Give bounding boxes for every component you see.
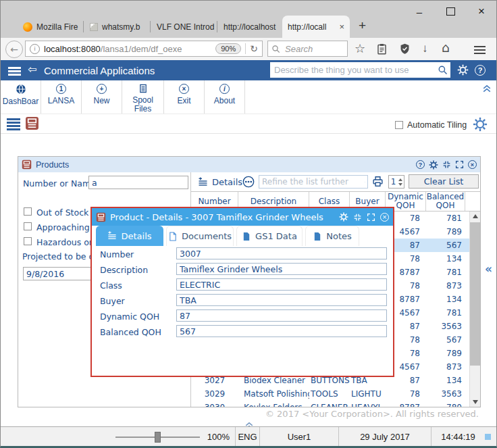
browser-tab-vlf[interactable]: VLF ONE Introd	[151, 16, 216, 38]
tiling-settings-gear-icon[interactable]	[473, 117, 488, 134]
out-of-stock-checkbox[interactable]	[24, 207, 32, 216]
class-field[interactable]	[176, 278, 387, 291]
toolbar-item-about[interactable]: i About	[205, 80, 245, 114]
details-button[interactable]: Details	[212, 177, 242, 187]
settings-gear-icon[interactable]	[429, 160, 438, 170]
book-icon	[25, 116, 39, 130]
app-back-icon[interactable]: ⇦	[28, 63, 36, 76]
details-icon[interactable]	[198, 177, 208, 190]
back-button[interactable]: ←	[5, 41, 23, 58]
command-toolbar: DashBoar 1 LANSA + New Spool Files × Exi…	[1, 80, 496, 114]
approaching-checkbox[interactable]	[24, 222, 32, 230]
table-scrollbar[interactable]	[469, 211, 480, 407]
browser-tab-active[interactable]: http://locall ×	[282, 16, 350, 38]
up-arrow-icon	[398, 178, 402, 181]
zoom-badge[interactable]: 90%	[215, 43, 241, 54]
help-icon[interactable]: ?	[475, 65, 486, 76]
tab-label: Mozilla Fire	[36, 22, 78, 32]
date-select[interactable]: 9/8/2016 ▾	[23, 267, 99, 280]
toolbar-item-new[interactable]: + New	[82, 80, 122, 114]
window-maximize-button[interactable]	[440, 4, 461, 19]
print-icon[interactable]	[372, 176, 384, 190]
scrollbar-thumb[interactable]	[470, 222, 480, 366]
toolbar-item-exit[interactable]: × Exit	[164, 80, 205, 114]
column-header-balanced-qoh[interactable]: Balanced QOH	[426, 192, 465, 211]
maximize-icon[interactable]	[455, 160, 464, 169]
browser-search-box[interactable]	[267, 41, 348, 57]
clear-list-button[interactable]: Clear List	[409, 174, 479, 189]
tab-details[interactable]: Details	[96, 226, 163, 246]
settings-gear-icon[interactable]	[457, 64, 469, 78]
browser-tab-whatsmy[interactable]: whatsmy.b	[84, 16, 149, 38]
collapse-toolbar-icon[interactable]	[481, 82, 492, 96]
balanced-qoh-field[interactable]	[176, 325, 387, 337]
app-menu-icon[interactable]	[8, 67, 21, 69]
scroll-up-icon[interactable]	[473, 214, 478, 218]
tab-gs1-data[interactable]: GS1 Data	[236, 226, 303, 246]
new-tab-button[interactable]: +	[359, 18, 366, 33]
reload-icon[interactable]: ↻	[250, 43, 258, 54]
tab-notes[interactable]: Notes	[305, 226, 359, 246]
automatic-tiling-checkbox[interactable]	[395, 121, 403, 129]
book-icon	[96, 212, 106, 222]
slider-handle[interactable]	[155, 432, 161, 443]
window-close-button[interactable]: ×	[471, 4, 492, 19]
class-label: Class	[100, 280, 122, 291]
modal-title-bar[interactable]: Product - Details - 3007 Tamiflex Grinde…	[92, 208, 393, 226]
zoom-slider[interactable]	[115, 432, 200, 443]
browser-search-input[interactable]	[284, 43, 340, 55]
number-or-name-input[interactable]	[88, 176, 188, 189]
description-field[interactable]	[176, 263, 387, 275]
home-icon[interactable]: ⌂	[442, 41, 450, 54]
toolbar-item-spool-files[interactable]: Spool Files	[122, 80, 164, 114]
tab-documents[interactable]: Documents	[166, 226, 234, 246]
dynamic-qoh-field[interactable]	[176, 309, 387, 322]
help-icon[interactable]: ?	[416, 160, 425, 169]
products-window-button[interactable]	[25, 116, 39, 133]
table-row[interactable]: 3030 Kevlex Folders CLEANER HEAVYL 8787 …	[191, 401, 469, 407]
url-bar[interactable]: i localhost:8080/lansa1/dem/df_oexe 90% …	[25, 41, 263, 57]
close-icon[interactable]: ×	[468, 160, 477, 169]
cell-balanced-qoh: 134	[426, 252, 465, 266]
divider	[1, 133, 497, 134]
app-search-input[interactable]	[273, 64, 438, 76]
scroll-down-icon[interactable]	[473, 400, 478, 404]
reading-list-icon[interactable]	[376, 43, 388, 58]
tab-close-icon[interactable]: ×	[339, 22, 344, 32]
more-options-ellipsis-icon[interactable]	[242, 176, 255, 191]
table-row[interactable]: 3029 Matsoft Polishing C TOOLS LIGHTU 78…	[191, 387, 469, 401]
toolbar-item-lansa[interactable]: 1 LANSA	[41, 80, 82, 114]
spinner-arrows[interactable]	[398, 178, 403, 186]
list-toolbar: Details 1 Clear List	[191, 172, 480, 191]
window-list-menu-icon[interactable]	[7, 118, 20, 120]
browser-tab-localhost[interactable]: http://localhost	[218, 16, 283, 38]
app-search-box[interactable]	[270, 62, 450, 78]
toolbar-item-dashboard[interactable]: DashBoar	[1, 80, 41, 114]
cell-buyer: LIGHTU	[350, 387, 386, 401]
browser-window: – × Mozilla Fire whatsmy.b VLF ONE Intro…	[0, 0, 497, 448]
maximize-icon[interactable]	[367, 213, 375, 222]
window-minimize-button[interactable]: –	[409, 4, 429, 19]
cell-balanced-qoh: 781	[426, 306, 465, 320]
site-info-icon[interactable]: i	[30, 44, 40, 54]
settings-gear-icon[interactable]	[339, 212, 348, 222]
page-spinner[interactable]: 1	[388, 175, 404, 189]
number-field[interactable]	[176, 247, 387, 259]
status-bar: 100% ENG User1 29 July 2017 14:44:19	[1, 426, 496, 447]
buyer-field[interactable]	[176, 294, 387, 306]
splitter-collapse-icon[interactable]: «	[485, 262, 492, 276]
tile-icon[interactable]	[353, 213, 362, 222]
refine-search-box[interactable]	[259, 175, 368, 189]
browser-tab-mozilla[interactable]: Mozilla Fire	[18, 16, 82, 38]
language-indicator: ENG	[236, 432, 259, 442]
tracking-shield-icon[interactable]	[399, 43, 411, 58]
refine-input[interactable]	[259, 176, 365, 187]
tab-separator	[150, 21, 151, 32]
tile-icon[interactable]	[442, 160, 451, 169]
products-panel-header[interactable]: Products ? ×	[18, 157, 480, 172]
bookmark-star-icon[interactable]: ☆	[355, 42, 365, 55]
browser-menu-icon[interactable]	[474, 46, 486, 47]
download-icon[interactable]: ↓	[422, 42, 428, 55]
hazardous-checkbox[interactable]	[24, 237, 32, 245]
close-icon[interactable]: ×	[380, 213, 389, 222]
